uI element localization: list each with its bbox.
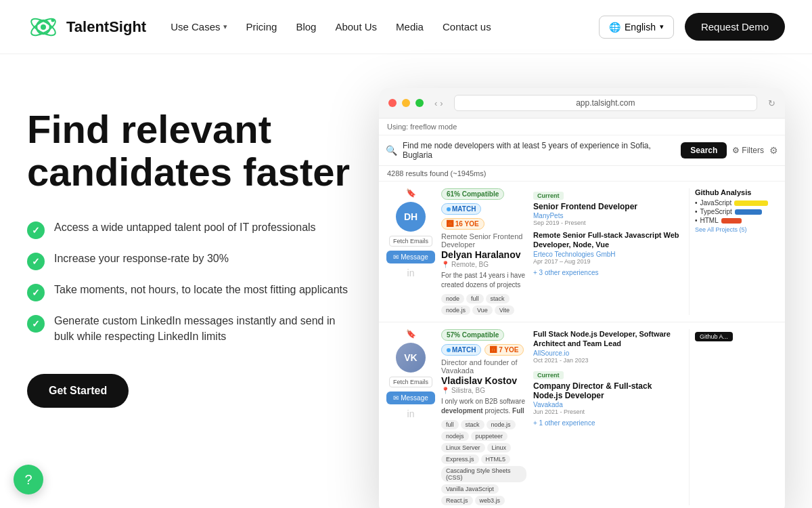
card-main-2: 57% Compatible MATCH 🅰 7 YOE Director an… (441, 329, 526, 505)
help-icon: ? (24, 472, 32, 488)
github-panel-2: Github A... (689, 329, 777, 505)
hero-title: Find relevant candidates faster (27, 108, 352, 193)
filter-icon: ⚙ (732, 146, 740, 155)
ts-bar (735, 209, 762, 215)
skill-tag: nodejs (441, 431, 469, 441)
svg-point-4 (51, 18, 55, 22)
language-selector[interactable]: 🌐 English ▾ (599, 16, 674, 39)
nav-pricing[interactable]: Pricing (246, 21, 277, 33)
feature-text-4: Generate custom LinkedIn messages instan… (54, 314, 352, 344)
check-icon-2 (27, 253, 45, 270)
job-company4[interactable]: Vavakada (533, 401, 682, 408)
feature-text-3: Take moments, not hours, to locate the m… (54, 282, 348, 297)
skill-tag: Vue (472, 305, 493, 315)
search-bar: 🔍 Find me node developers with at least … (379, 135, 785, 166)
skill-tag: Cascading Style Sheets (CSS) (441, 466, 526, 482)
logo[interactable]: TalentSight (27, 11, 146, 43)
globe-icon: 🌐 (609, 22, 621, 33)
job-title-1: Senior Frontend Developer (533, 202, 682, 211)
linkedin-icon-2[interactable]: in (407, 408, 415, 419)
nav-about-us[interactable]: About Us (335, 21, 377, 33)
nav-blog[interactable]: Blog (296, 21, 316, 33)
see-all-projects-link[interactable]: See All Projects (5) (695, 226, 777, 233)
filter-button[interactable]: ⚙ Filters (732, 146, 764, 155)
language-label: English (625, 22, 656, 33)
match-dot-2 (447, 348, 451, 352)
url-bar[interactable]: app.talsight.com (454, 95, 757, 111)
job-dates-1: Sep 2019 - Present (533, 219, 682, 226)
forward-icon[interactable]: › (440, 98, 443, 108)
linkedin-icon-1[interactable]: in (407, 268, 415, 278)
hero-features: Access a wide untapped talent pool of IT… (27, 220, 352, 344)
candidate-bio-1: For the past 14 years i have created doz… (441, 271, 526, 291)
bookmark-icon[interactable]: 🔖 (406, 188, 416, 198)
reload-icon[interactable]: ↻ (768, 98, 775, 108)
skill-tag: Linux (487, 443, 512, 452)
request-demo-button[interactable]: Request Demo (685, 13, 785, 41)
get-started-button[interactable]: Get Started (27, 374, 129, 408)
js-bar (734, 200, 768, 206)
github-title-1: Github Analysis (695, 188, 777, 196)
feature-item-2: Increase your response-rate by 30% (27, 251, 352, 270)
nav-left: TalentSight Use Cases ▾ Pricing Blog Abo… (27, 11, 491, 43)
fetch-emails-button-1[interactable]: Fetch Emails (389, 236, 432, 247)
fetch-emails-button-2[interactable]: Fetch Emails (389, 377, 432, 387)
card-left-1: 🔖 DH Fetch Emails ✉ Message in (387, 188, 434, 315)
skill-tag: Express.js (441, 454, 479, 464)
more-exp-link-1[interactable]: + 3 other experiences (533, 269, 682, 276)
check-icon-3 (27, 284, 45, 301)
logo-icon (27, 11, 60, 43)
card-main-1: 61% Compatible MATCH 🅰 16 YOE Remote Sen… (441, 188, 526, 315)
job-title2-1: Remote Senior Full-stack Javascript Web … (533, 230, 682, 250)
match-badge-1: MATCH (441, 203, 481, 215)
card-badges-1: 61% Compatible MATCH 🅰 16 YOE (441, 188, 526, 230)
github-badge-2: Github A... (695, 332, 733, 341)
search-button[interactable]: Search (681, 142, 727, 158)
bookmark-icon-2[interactable]: 🔖 (406, 329, 416, 339)
more-exp-link-2[interactable]: + 1 other experience (533, 419, 682, 427)
current-badge-2: Current (533, 371, 564, 379)
candidate-role-1: Remote Senior Frontend Developer (441, 232, 526, 249)
job-company2-1[interactable]: Erteco Technologies GmbH (533, 251, 682, 258)
skill-tag: React.js (441, 496, 473, 505)
floating-help-button[interactable]: ? (14, 465, 43, 494)
bullet-icon: • (695, 208, 698, 215)
message-button-1[interactable]: ✉ Message (386, 251, 435, 263)
html-bar (721, 218, 742, 224)
feature-item-3: Take moments, not hours, to locate the m… (27, 282, 352, 301)
titlebar-close-dot (388, 99, 397, 107)
github-lang-js: • JavaScript (695, 199, 777, 207)
skill-tag: node.js (441, 305, 470, 315)
job-company3[interactable]: AllSource.io (533, 350, 682, 357)
message-icon-2: ✉ (393, 394, 399, 402)
svg-point-3 (41, 24, 46, 30)
logo-text: TalentSight (66, 18, 146, 36)
message-button-2[interactable]: ✉ Message (386, 391, 435, 404)
settings-icon[interactable]: ⚙ (769, 145, 778, 156)
hero-section: Find relevant candidates faster Access a… (0, 54, 812, 508)
titlebar-maximize-dot (415, 99, 424, 107)
nav-contact-us[interactable]: Contact us (443, 21, 491, 33)
job-dates3: Oct 2021 - Jan 2023 (533, 357, 682, 364)
job-company-1[interactable]: ManyPets (533, 212, 682, 219)
search-input[interactable]: Find me node developers with at least 5 … (403, 141, 675, 160)
candidate-name-2: Vladislav Kostov (441, 375, 526, 386)
search-icon: 🔍 (386, 145, 397, 156)
skill-tag: Vite (495, 305, 514, 315)
skill-tag: full (466, 294, 484, 303)
chevron-down-icon: ▾ (223, 22, 227, 31)
feature-item-4: Generate custom LinkedIn messages instan… (27, 314, 352, 344)
skill-tag: node.js (487, 420, 516, 429)
card-left-2: 🔖 VK Fetch Emails ✉ Message in (387, 329, 434, 505)
check-icon-1 (27, 221, 45, 239)
check-icon-4 (27, 315, 45, 333)
candidate-card-2: 🔖 VK Fetch Emails ✉ Message in 57% Compa… (379, 322, 785, 508)
card-right-1: Current Senior Frontend Developer ManyPe… (533, 188, 682, 315)
skill-tags-2: full stack node.js nodejs puppeteer Linu… (441, 420, 526, 505)
skill-tag: HTML5 (481, 454, 511, 464)
nav-use-cases[interactable]: Use Cases ▾ (171, 21, 227, 33)
compat-badge-2: 57% Compatible (441, 329, 504, 341)
nav-media[interactable]: Media (396, 21, 424, 33)
app-titlebar: ‹ › app.talsight.com ↻ (379, 88, 785, 119)
back-icon[interactable]: ‹ (434, 98, 437, 108)
